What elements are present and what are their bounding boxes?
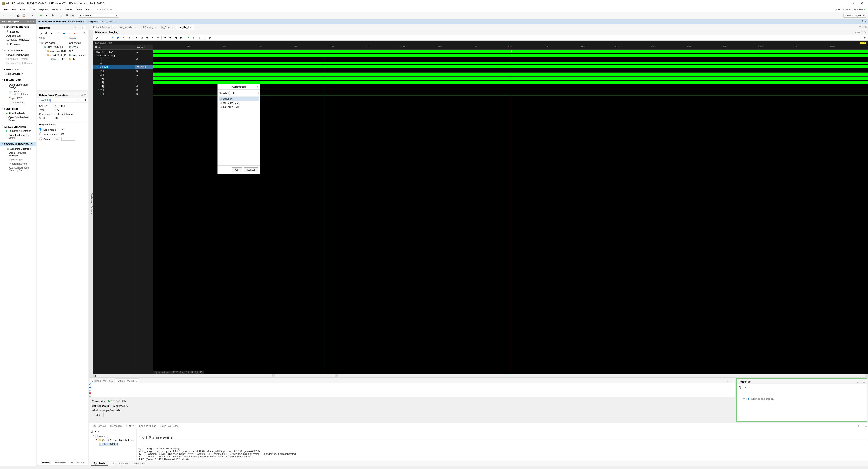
waveform-signal-name[interactable]: ⎍ [0] (93, 61, 135, 65)
nav-run-impl[interactable]: ▶Run Implementation (0, 129, 36, 133)
help-icon[interactable]: ? (74, 94, 76, 96)
close-icon[interactable]: ✕ (84, 26, 86, 29)
rising-edge-icon[interactable]: ┗ (186, 36, 190, 40)
probe-item-led[interactable]: ⎍led_OBUF[1:0] (219, 101, 259, 105)
search-icon[interactable]: Q (91, 430, 93, 433)
play-icon[interactable]: ▶ (89, 386, 735, 389)
back-icon[interactable]: ← (76, 99, 79, 102)
back-button[interactable]: ← (2, 13, 6, 18)
help-icon[interactable]: ? (859, 26, 861, 29)
collapse-icon[interactable]: ≚ (44, 31, 48, 35)
run-button[interactable]: ▶ (39, 13, 43, 18)
quick-access[interactable]: Q Quick Access (96, 8, 114, 11)
nav-schematic[interactable]: ⊞Schematic (0, 100, 36, 104)
long-name-radio[interactable]: Long name: (39, 128, 57, 131)
search-icon[interactable]: Q (95, 36, 99, 40)
cursor-marker-yellow[interactable] (324, 45, 325, 374)
pause-icon[interactable]: ‖ (146, 436, 147, 439)
expand-icon[interactable]: ◈ (50, 31, 54, 35)
cat-ip-integrator[interactable]: ˅IP INTEGRATOR (0, 48, 36, 53)
tab-hw-ila[interactable]: hw_ila_1✕ (176, 25, 194, 30)
custom-name-radio[interactable]: Custom name: (39, 137, 60, 141)
nav-run-synth[interactable]: ▶Run Synthesis (0, 111, 36, 115)
hardware-row[interactable]: ˅ ▣ arm_dap_0 (0)N/A (37, 49, 88, 53)
remove-icon[interactable]: — (105, 36, 110, 40)
nav-open-elab[interactable]: ˅Open Elaborated Design (0, 82, 36, 89)
help-icon[interactable]: ? (33, 20, 34, 23)
nav-ip-catalog[interactable]: ◆IP Catalog (0, 42, 36, 46)
tab-settings[interactable]: Settings - hw_ila_1 (89, 378, 115, 383)
search-icon[interactable]: Q (39, 31, 43, 35)
marker-add-icon[interactable]: +| (197, 36, 201, 40)
nav-report-drc[interactable]: Report DRC (0, 96, 36, 100)
waveform-signal-name[interactable]: ⎍ sys_rst_n_IBUF (93, 49, 135, 54)
settings-icon[interactable]: ⚙ (83, 31, 87, 35)
nav-gen-bit[interactable]: ▦Generate Bitstream (0, 146, 36, 151)
menu-file[interactable]: File (2, 8, 9, 11)
undo-button[interactable]: ✕ (30, 13, 35, 18)
menu-layout[interactable]: Layout (63, 8, 74, 11)
cat-simulation[interactable]: ˅SIMULATION (0, 67, 36, 72)
help-icon[interactable]: ? (74, 26, 76, 29)
restore-icon[interactable]: ⧉ (865, 26, 867, 29)
waveform-signal-name[interactable]: ⎍ [24] (93, 73, 135, 76)
help-icon[interactable]: ? (862, 20, 863, 23)
tab-general[interactable]: General (39, 461, 53, 464)
menu-edit[interactable]: Edit (10, 8, 18, 11)
minimize-button[interactable]: — (839, 0, 848, 7)
cat-impl[interactable]: ˅IMPLEMENTATION (0, 124, 36, 129)
tab-log[interactable]: Log ✕ (124, 423, 137, 428)
add-probe-button[interactable]: + (743, 385, 747, 389)
stop-button[interactable]: ■ (44, 13, 49, 18)
cat-program-debug[interactable]: ˅PROGRAM AND DEBUG (0, 142, 36, 146)
paste-button[interactable]: 📋 (22, 13, 26, 18)
foot-tab-implementation[interactable]: Implementation (108, 462, 131, 465)
file-icon[interactable]: 🗏 (152, 436, 155, 439)
waveform-signal-name[interactable]: ⎍ [23] (93, 76, 135, 80)
fastfwd-icon[interactable]: » (89, 389, 735, 392)
collapse-icon[interactable]: ≚ (94, 430, 96, 433)
nav-add-cfg[interactable]: Add Configuration Memory De (0, 166, 36, 172)
marker-swap-icon[interactable]: ⇄ (208, 36, 212, 40)
foot-tab-synthesis[interactable]: Synthesis (91, 462, 108, 466)
tree-ooc[interactable]: ˅ 📁 Out-of-Context Module Runs (90, 438, 135, 442)
close-button[interactable]: ✕ (857, 0, 866, 7)
percent-button[interactable]: % (70, 13, 75, 18)
dashboard-options-tab[interactable]: Dashboard Options (89, 30, 93, 377)
prev-icon[interactable]: ◀ (174, 36, 178, 40)
nav-program-device[interactable]: Program Device (0, 162, 36, 166)
zoom-out-icon[interactable]: ⊖ (145, 36, 149, 40)
menu-help[interactable]: Help (84, 8, 93, 11)
gear-icon[interactable]: ⚙ (863, 36, 867, 40)
menu-reports[interactable]: Reports (37, 8, 50, 11)
tab-properties[interactable]: Properties (53, 461, 68, 464)
forward-icon[interactable]: → (81, 99, 83, 102)
waveform-signal-name[interactable]: ⎍ [19] (93, 92, 135, 96)
cat-project-manager[interactable]: ˅PROJECT MANAGER (0, 25, 36, 29)
stop-icon[interactable]: ■ (89, 392, 735, 394)
stop-icon[interactable]: ■ (127, 36, 131, 40)
opts-icon[interactable]: ≑ (30, 20, 32, 23)
menu-flow[interactable]: Flow (18, 8, 27, 11)
collapse-icon[interactable]: ≡ (27, 20, 29, 23)
menu-window[interactable]: Window (50, 8, 63, 11)
prev-edge-icon[interactable]: |◀ (163, 36, 167, 40)
expand-icon[interactable]: ◈ (98, 430, 100, 433)
search-icon[interactable]: Q (738, 385, 742, 389)
next-icon[interactable]: ▶| (179, 36, 183, 40)
hardware-row[interactable]: ˅ ▣ localhost (1)Connected (37, 41, 88, 45)
tab-tcl[interactable]: Tcl Console (91, 424, 108, 428)
tab-serial-scans[interactable]: Serial I/O Scans (158, 424, 181, 428)
tab-messages[interactable]: Messages (108, 424, 124, 428)
nav-add-sources[interactable]: Add Sources (0, 34, 36, 38)
waveform-signal-name[interactable]: ⎍ [21] (93, 84, 135, 88)
fastfwd-icon[interactable]: » (122, 36, 126, 40)
zoom-in-icon[interactable]: ⊕ (134, 36, 138, 40)
cancel-button[interactable]: Cancel (244, 167, 258, 172)
hardware-row[interactable]: ˅ ▣ xc7z020_1 (1)Programmed (37, 53, 88, 57)
waveform-scrollbar[interactable]: ◀▶ ◀▶ (93, 374, 868, 377)
cat-synthesis[interactable]: ˅SYNTHESIS (0, 107, 36, 111)
nav-open-synth[interactable]: ›Open Synthesized Design (0, 115, 36, 122)
maximize-button[interactable]: □ (848, 0, 857, 7)
custom-name-input[interactable] (61, 137, 75, 141)
